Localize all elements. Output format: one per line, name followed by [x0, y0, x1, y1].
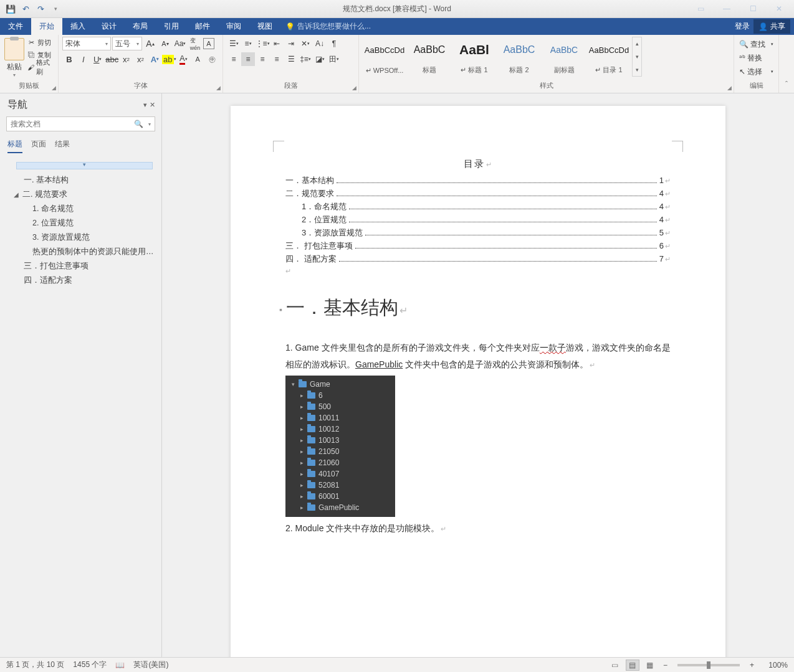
nav-tab-results[interactable]: 结果 — [55, 139, 70, 153]
grow-font-button[interactable]: A▴ — [143, 37, 157, 50]
nav-close-icon[interactable]: ✕ — [150, 101, 155, 109]
tab-design[interactable]: 设计 — [93, 18, 125, 35]
toc-entry[interactable]: 二．规范要求 4↵ — [285, 188, 671, 199]
font-name-combo[interactable]: 宋体▾ — [62, 37, 111, 50]
tab-insert[interactable]: 插入 — [62, 18, 93, 35]
collapse-ribbon-button[interactable]: ˆ — [779, 35, 794, 93]
char-shading-button[interactable]: A — [191, 52, 204, 66]
status-page[interactable]: 第 1 页，共 10 页 — [6, 660, 64, 670]
toc-entry[interactable]: 1．命名规范 4↵ — [285, 201, 671, 212]
multilevel-list-button[interactable]: ⋮≡▾ — [256, 37, 269, 50]
nav-tree-item[interactable]: 2. 位置规范 — [5, 216, 156, 230]
search-dropdown-icon[interactable]: ▾ — [146, 121, 151, 127]
tab-home[interactable]: 开始 — [31, 18, 62, 35]
style-gallery-item[interactable]: AaBbCcDd↵ WPSOff... — [363, 37, 406, 77]
nav-search-box[interactable]: 🔍 ▾ — [6, 116, 155, 131]
minimize-icon[interactable]: — — [714, 2, 739, 16]
zoom-in-button[interactable]: + — [747, 661, 757, 670]
justify-button[interactable]: ≡ — [270, 52, 284, 66]
nav-dropdown-icon[interactable]: ▾ — [143, 101, 147, 109]
sort-button[interactable]: A↓ — [313, 37, 327, 50]
borders-button[interactable]: 田▾ — [327, 52, 341, 66]
qat-customize-icon[interactable]: ▾ — [50, 3, 61, 14]
find-button[interactable]: 🔍查找▾ — [738, 38, 775, 50]
align-right-button[interactable]: ≡ — [256, 52, 269, 66]
shading-button[interactable]: ◪▾ — [313, 52, 327, 66]
align-left-button[interactable]: ≡ — [227, 52, 241, 66]
underline-button[interactable]: U▾ — [91, 52, 105, 66]
highlight-button[interactable]: ab▾ — [162, 52, 176, 66]
character-border-button[interactable]: A — [203, 38, 214, 49]
phonetic-guide-button[interactable]: 变wén — [188, 37, 202, 50]
line-spacing-button[interactable]: ‡≡▾ — [299, 52, 312, 66]
view-web-layout[interactable]: ▦ — [643, 660, 657, 671]
tab-review[interactable]: 审阅 — [218, 18, 249, 35]
increase-indent-button[interactable]: ⇥ — [284, 37, 298, 50]
style-gallery-item[interactable]: AaBbC标题 2 — [497, 37, 541, 77]
zoom-level[interactable]: 100% — [760, 661, 788, 670]
style-gallery-item[interactable]: AaBl↵ 标题 1 — [452, 37, 496, 77]
tab-references[interactable]: 引用 — [156, 18, 187, 35]
nav-tree-item[interactable]: ◢二. 规范要求 — [5, 187, 156, 202]
numbering-button[interactable]: ≡▾ — [241, 37, 255, 50]
status-proofing-icon[interactable]: 📖 — [115, 661, 125, 670]
close-icon[interactable]: ✕ — [767, 2, 792, 16]
share-button[interactable]: 👤 共享 — [753, 19, 790, 34]
asian-layout-button[interactable]: ✕▾ — [299, 37, 312, 50]
strikethrough-button[interactable]: abc — [105, 52, 119, 66]
tell-me-box[interactable]: 💡 告诉我您想要做什么... — [280, 18, 371, 35]
view-read-mode[interactable]: ▭ — [608, 660, 622, 671]
distributed-button[interactable]: ☰ — [284, 52, 298, 66]
enclose-char-button[interactable]: ㊥ — [205, 52, 219, 66]
italic-button[interactable]: I — [77, 52, 90, 66]
tab-view[interactable]: 视图 — [249, 18, 280, 35]
nav-tree-item[interactable]: 四．适配方案 — [5, 273, 156, 288]
search-icon[interactable]: 🔍 — [132, 120, 146, 128]
bullets-button[interactable]: ☰▾ — [227, 37, 241, 50]
tab-file[interactable]: 文件 — [0, 18, 31, 35]
toc-entry[interactable]: 四． 适配方案 7↵ — [285, 253, 671, 265]
styles-gallery-more[interactable]: ▴▾▾ — [632, 37, 642, 77]
style-gallery-item[interactable]: AaBbCcDd↵ 目录 1 — [587, 37, 631, 77]
shrink-font-button[interactable]: A▾ — [158, 37, 172, 50]
style-gallery-item[interactable]: AaBbC标题 — [408, 37, 451, 77]
nav-search-input[interactable] — [11, 120, 132, 128]
style-gallery-item[interactable]: AaBbC副标题 — [542, 37, 586, 77]
show-marks-button[interactable]: ¶ — [327, 37, 341, 50]
nav-tree-item[interactable]: 热更的预制体中的资源只能使用此... — [5, 245, 156, 259]
font-size-combo[interactable]: 五号▾ — [112, 37, 142, 50]
toc-entry[interactable]: 一．基本结构 1↵ — [285, 175, 671, 186]
align-center-button[interactable]: ≡ — [241, 52, 255, 66]
status-word-count[interactable]: 1455 个字 — [73, 660, 107, 670]
change-case-button[interactable]: Aa▾ — [173, 37, 187, 50]
redo-icon[interactable]: ↷ — [35, 3, 46, 14]
font-dialog-launcher[interactable]: ◢ — [216, 85, 221, 91]
tab-layout[interactable]: 布局 — [125, 18, 156, 35]
select-button[interactable]: ↖选择▾ — [738, 65, 775, 78]
format-painter-button[interactable]: 🖌格式刷 — [27, 62, 54, 73]
nav-tab-headings[interactable]: 标题 — [7, 139, 22, 153]
status-language[interactable]: 英语(美国) — [133, 660, 168, 670]
toc-entry[interactable]: 3．资源放置规范 5↵ — [285, 227, 671, 239]
text-effects-button[interactable]: A▾ — [148, 52, 161, 66]
zoom-slider[interactable] — [677, 664, 740, 666]
login-link[interactable]: 登录 — [735, 21, 750, 32]
nav-tree-item[interactable]: 三．打包注意事项 — [5, 259, 156, 273]
nav-tab-pages[interactable]: 页面 — [31, 139, 46, 153]
nav-tree-item[interactable]: 一. 基本结构 — [5, 173, 156, 187]
styles-gallery[interactable]: AaBbCcDd↵ WPSOff...AaBbC标题AaBl↵ 标题 1AaBb… — [363, 37, 730, 77]
ribbon-options-icon[interactable]: ▭ — [688, 2, 713, 16]
zoom-out-button[interactable]: − — [661, 661, 670, 670]
tab-mailings[interactable]: 邮件 — [187, 18, 218, 35]
toc-entry[interactable]: 2．位置规范 4↵ — [285, 214, 671, 225]
toc-entry[interactable]: 三． 打包注意事项 6↵ — [285, 240, 671, 252]
decrease-indent-button[interactable]: ⇤ — [270, 37, 284, 50]
cut-button[interactable]: ✂剪切 — [27, 37, 54, 48]
font-color-button[interactable]: A▾ — [176, 52, 190, 66]
paragraph-dialog-launcher[interactable]: ◢ — [352, 85, 356, 91]
save-icon[interactable]: 💾 — [5, 3, 16, 14]
subscript-button[interactable]: x2 — [120, 52, 133, 66]
undo-icon[interactable]: ↶ — [20, 3, 31, 14]
nav-tree-item[interactable]: 1. 命名规范 — [5, 202, 156, 216]
bold-button[interactable]: B — [62, 52, 76, 66]
